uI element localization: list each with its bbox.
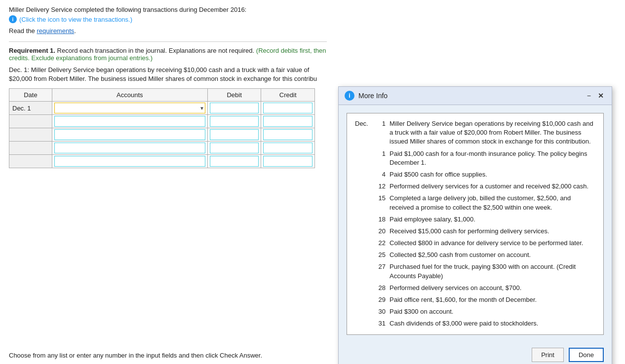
read-line: Read the requirements. [9, 27, 327, 35]
credit-cell-4[interactable] [261, 142, 315, 155]
tx-day: 18 [375, 215, 390, 224]
accounts-cell-3[interactable] [52, 128, 207, 142]
transaction-row: 25Collected $2,500 cash from customer on… [355, 251, 595, 259]
credit-cell-2[interactable] [261, 115, 315, 128]
modal-header: i More Info − ✕ [339, 87, 612, 105]
table-row [9, 115, 315, 128]
debit-input-4[interactable] [210, 143, 259, 153]
print-button[interactable]: Print [532, 348, 564, 362]
tx-desc: Performed delivery services on account, … [390, 284, 595, 292]
date-cell-2 [9, 115, 52, 128]
transaction-row: 20Received $15,000 cash for performing d… [355, 227, 595, 236]
col-header-credit: Credit [261, 89, 315, 102]
tx-month [355, 262, 375, 280]
bottom-hint: Choose from any list or enter any number… [9, 352, 262, 359]
tx-desc: Collected $800 in advance for delivery s… [390, 239, 595, 248]
transaction-row: 29Paid office rent, $1,600, for the mont… [355, 295, 595, 304]
dec1-description: Dec. 1: Miller Delivery Service began op… [9, 66, 327, 83]
tx-desc: Cash dividends of $3,000 were paid to st… [390, 319, 595, 328]
tx-month [355, 295, 375, 304]
tx-desc: Paid $500 cash for office supplies. [390, 170, 595, 179]
transaction-row: 12Performed delivery services for a cust… [355, 182, 595, 191]
tx-desc: Miller Delivery Service began operations… [390, 119, 595, 146]
accounts-cell-1[interactable]: ▼ [52, 102, 207, 115]
modal-info-icon: i [345, 91, 354, 101]
table-row [9, 128, 315, 142]
tx-desc: Paid office rent, $1,600, for the month … [390, 295, 595, 304]
table-row [9, 142, 315, 155]
tx-desc: Paid $1,000 cash for a four-month insura… [390, 149, 595, 167]
tx-month [355, 194, 375, 212]
credit-cell-1[interactable] [261, 102, 315, 115]
info-icon[interactable]: i [9, 15, 17, 23]
tx-month [355, 149, 375, 167]
debit-cell-4[interactable] [207, 142, 261, 155]
modal-title: More Info [358, 92, 388, 100]
account-input-4[interactable] [54, 143, 205, 153]
tx-month [355, 307, 375, 316]
credit-input-5[interactable] [263, 156, 312, 167]
tx-day: 22 [375, 239, 390, 248]
credit-input-4[interactable] [263, 143, 312, 153]
col-header-accounts: Accounts [52, 89, 207, 102]
tx-day: 1 [375, 149, 390, 167]
debit-input-2[interactable] [210, 116, 259, 127]
tx-month [355, 182, 375, 191]
debit-input-5[interactable] [210, 156, 259, 167]
debit-cell-2[interactable] [207, 115, 261, 128]
transactions-box: Dec.1Miller Delivery Service began opera… [347, 113, 604, 335]
tx-desc: Performed delivery services for a custom… [390, 182, 595, 191]
done-button[interactable]: Done [569, 348, 604, 362]
credit-input-2[interactable] [263, 116, 312, 127]
debit-cell-5[interactable] [207, 155, 261, 168]
credit-input-1[interactable] [263, 103, 312, 113]
journal-table: Date Accounts Debit Credit Dec. 1 ▼ [9, 88, 315, 168]
account-input-2[interactable] [54, 116, 205, 127]
tx-day: 31 [375, 319, 390, 328]
modal-footer: Print Done [339, 343, 612, 364]
tx-day: 28 [375, 284, 390, 292]
debit-cell-1[interactable] [207, 102, 261, 115]
tx-day: 4 [375, 170, 390, 179]
table-row [9, 155, 315, 168]
tx-desc: Collected $2,500 cash from customer on a… [390, 251, 595, 259]
accounts-cell-5[interactable] [52, 155, 207, 168]
accounts-cell-4[interactable] [52, 142, 207, 155]
credit-cell-3[interactable] [261, 128, 315, 142]
col-header-date: Date [9, 89, 52, 102]
account-input-5[interactable] [54, 156, 205, 167]
date-cell-1: Dec. 1 [9, 102, 52, 115]
accounts-cell-2[interactable] [52, 115, 207, 128]
modal-body: Dec.1Miller Delivery Service began opera… [339, 105, 612, 343]
tx-day: 25 [375, 251, 390, 259]
tx-desc: Paid $300 on account. [390, 307, 595, 316]
tx-day: 27 [375, 262, 390, 280]
modal-minimize-button[interactable]: − [585, 92, 593, 99]
account-input-3[interactable] [54, 129, 205, 140]
transaction-row: 4Paid $500 cash for office supplies. [355, 170, 595, 179]
requirement-text: Requirement 1. Record each transaction i… [9, 47, 327, 62]
tx-month [355, 284, 375, 292]
more-info-modal: i More Info − ✕ Dec.1Miller Delivery Ser… [338, 86, 612, 364]
transaction-row: 18Paid employee salary, $1,000. [355, 215, 595, 224]
requirements-link[interactable]: requirements [37, 27, 74, 35]
modal-close-button[interactable]: ✕ [596, 92, 606, 99]
tx-day: 30 [375, 307, 390, 316]
tx-month: Dec. [355, 119, 375, 146]
credit-cell-5[interactable] [261, 155, 315, 168]
debit-cell-3[interactable] [207, 128, 261, 142]
tx-desc: Paid employee salary, $1,000. [390, 215, 595, 224]
click-icon-text: (Click the icon to view the transactions… [19, 16, 132, 23]
tx-desc: Received $15,000 cash for performing del… [390, 227, 595, 236]
debit-input-1[interactable] [210, 103, 259, 113]
transaction-row: 28Performed delivery services on account… [355, 284, 595, 292]
date-cell-5 [9, 155, 52, 168]
tx-day: 1 [375, 119, 390, 146]
tx-month [355, 215, 375, 224]
accounts-dropdown[interactable] [54, 103, 205, 113]
tx-day: 15 [375, 194, 390, 212]
tx-day: 12 [375, 182, 390, 191]
credit-input-3[interactable] [263, 129, 312, 140]
debit-input-3[interactable] [210, 129, 259, 140]
col-header-debit: Debit [207, 89, 261, 102]
